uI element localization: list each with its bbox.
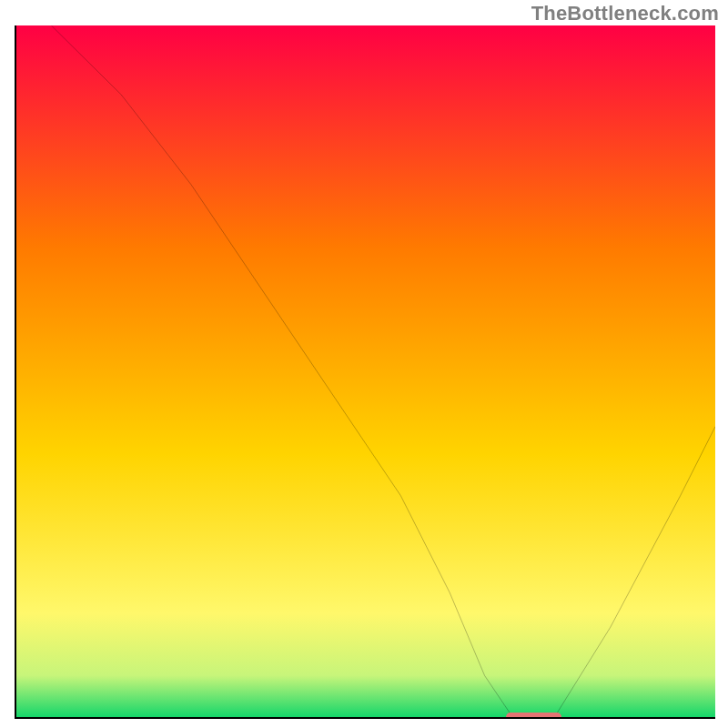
watermark-text: TheBottleneck.com <box>531 2 719 25</box>
bottleneck-curve <box>16 25 715 717</box>
chart-container: TheBottleneck.com <box>0 0 728 728</box>
plot-area <box>15 25 715 719</box>
